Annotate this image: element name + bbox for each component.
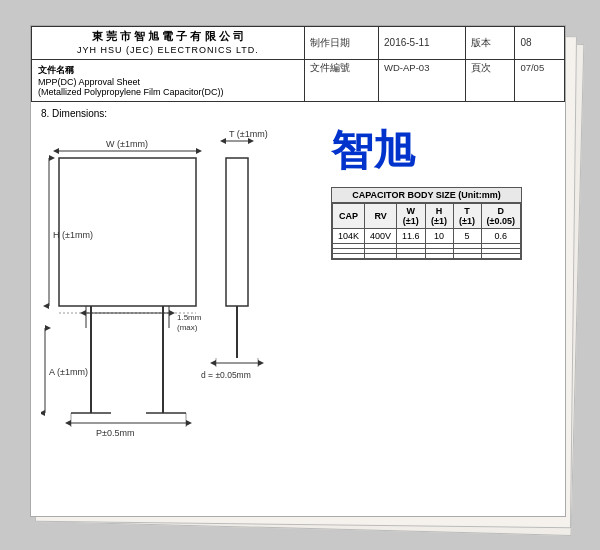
svg-container: W (±1mm) H (±1mm) 1.5mm (max) [41,123,311,457]
cap-table-row [333,253,521,258]
cap-table-cell [425,253,453,258]
svg-text:A (±1mm): A (±1mm) [49,367,88,377]
cap-table-cell: 400V [365,228,397,243]
cap-table-cell: 0.6 [481,228,520,243]
paper-main: 東 莞 市 智 旭 電 子 有 限 公 司 JYH HSU (JEC) ELEC… [30,25,566,517]
cap-table: CAP RV W(±1) H(±1) T(±1) D(±0.05) 104K40… [332,203,521,259]
cap-table-cell [453,253,481,258]
cap-table-cell: 5 [453,228,481,243]
cap-table-cell [481,253,520,258]
svg-text:H (±1mm): H (±1mm) [53,230,93,240]
cap-table-cell [365,253,397,258]
brand-text: 智旭 [331,123,415,179]
cap-table-cell [333,253,365,258]
svg-text:T (±1mm): T (±1mm) [229,129,268,139]
cap-table-row: 104K400V11.61050.6 [333,228,521,243]
doc-no-label: 文件編號 [304,59,378,101]
cap-table-title-text: CAPACITOR BODY SIZE (Unit:mm) [352,190,501,200]
date-label: 制作日期 [304,27,378,60]
cap-table-cell: 11.6 [397,228,426,243]
header-table: 東 莞 市 智 旭 電 子 有 限 公 司 JYH HSU (JEC) ELEC… [31,26,565,102]
diagram-area: W (±1mm) H (±1mm) 1.5mm (max) [41,123,555,457]
dimensions-label: 8. Dimensions: [41,108,555,119]
svg-text:d = ±0.05mm: d = ±0.05mm [201,370,251,380]
doc-name-sub: (Metallized Polypropylene Film Capacitor… [38,87,298,97]
svg-text:P±0.5mm: P±0.5mm [96,428,134,438]
svg-text:W (±1mm): W (±1mm) [106,139,148,149]
company-cn: 東 莞 市 智 旭 電 子 有 限 公 司 [37,29,299,44]
col-d: D(±0.05) [481,203,520,228]
cap-table-cell [397,253,426,258]
page-value: 07/05 [515,59,565,101]
page-label: 頁次 [465,59,515,101]
svg-text:1.5mm: 1.5mm [177,313,202,322]
paper-stack: 東 莞 市 智 旭 電 子 有 限 公 司 JYH HSU (JEC) ELEC… [30,25,570,525]
col-w: W(±1) [397,203,426,228]
cap-table-wrapper: CAPACITOR BODY SIZE (Unit:mm) CAP RV W(±… [331,187,522,260]
svg-rect-21 [226,158,248,306]
company-en: JYH HSU (JEC) ELECTRONICS LTD. [37,44,299,57]
doc-name-value-text: MPP(DC) Approval Sheet [38,77,140,87]
doc-name-cell: 文件名稱 MPP(DC) Approval Sheet (Metallized … [32,59,305,101]
dimensions-diagram: W (±1mm) H (±1mm) 1.5mm (max) [41,123,311,453]
cap-table-header-row: CAP RV W(±1) H(±1) T(±1) D(±0.05) [333,203,521,228]
col-t: T(±1) [453,203,481,228]
col-h: H(±1) [425,203,453,228]
version-label: 版本 [465,27,515,60]
right-panel: 智旭 CAPACITOR BODY SIZE (Unit:mm) CAP RV [321,123,555,457]
cap-table-cell: 104K [333,228,365,243]
doc-no-value: WD-AP-03 [379,59,466,101]
svg-text:(max): (max) [177,323,198,332]
cap-table-cell: 10 [425,228,453,243]
date-value: 2016-5-11 [379,27,466,60]
doc-name-label-text: 文件名稱 [38,65,74,75]
cap-table-title: CAPACITOR BODY SIZE (Unit:mm) [332,188,521,203]
content-area: 8. Dimensions: [31,102,565,463]
doc-name-label: 文件名稱 [38,64,298,77]
col-rv: RV [365,203,397,228]
version-value: 08 [515,27,565,60]
company-cell: 東 莞 市 智 旭 電 子 有 限 公 司 JYH HSU (JEC) ELEC… [32,27,305,60]
doc-name-value: MPP(DC) Approval Sheet [38,77,298,87]
col-cap: CAP [333,203,365,228]
